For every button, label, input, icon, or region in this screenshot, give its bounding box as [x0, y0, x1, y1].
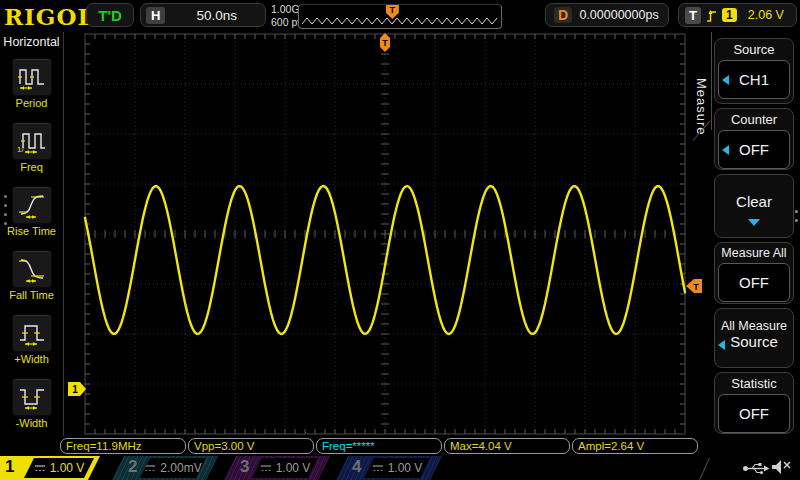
menu-item-label: Fall Time	[0, 289, 63, 301]
fall-time-icon	[12, 250, 52, 288]
menu-item-fall-time[interactable]: Fall Time	[0, 250, 63, 301]
graticule-and-trace: TT1	[64, 32, 690, 436]
measurement-slot-2: Vpp=3.00 V	[188, 438, 314, 454]
channel-2-badge[interactable]: 2 2.00mV	[112, 456, 218, 480]
trigger-level-value: 2.06 V	[742, 8, 790, 22]
softkey-label: Clear	[715, 175, 793, 210]
trigger-source-badge: 1	[722, 8, 737, 22]
softkey-value: OFF	[739, 405, 769, 422]
chevron-left-icon	[718, 340, 725, 350]
softkey-label: Statistic	[715, 373, 793, 391]
menu-item-label: Period	[0, 97, 63, 109]
channel-scale-box: 1.00 V	[364, 458, 430, 478]
trigger-status-text: T'D	[98, 7, 122, 24]
softkey-value-box: CH1	[718, 60, 790, 99]
plus-width-icon	[12, 314, 52, 352]
softkey-label: Measure All	[715, 243, 793, 260]
rigol-logo: RIGOL	[4, 3, 95, 30]
left-menu-horizontal: Horizontal Period 1/	[0, 32, 64, 436]
softkey-value-box: OFF	[718, 130, 790, 169]
measurement-slot-5: Ampl=2.64 V	[572, 438, 698, 454]
channel-scale: 1.00 V	[388, 461, 423, 475]
channel-1-badge[interactable]: 1 1.00 V	[0, 456, 106, 480]
softkey-clear[interactable]: Clear	[714, 174, 794, 238]
menu-item-label: -Width	[0, 417, 63, 429]
chevron-down-icon	[748, 219, 760, 226]
waveform-display: TT1	[64, 32, 690, 436]
coupling-icon	[260, 464, 272, 473]
channel-4-badge[interactable]: 4 1.00 V	[336, 456, 442, 480]
channel-scale-box: 2.00mV	[140, 458, 206, 478]
channel-number: 3	[240, 457, 249, 477]
menu-item-rise-time[interactable]: Rise Time	[0, 186, 63, 237]
menu-item-period[interactable]: Period	[0, 58, 63, 109]
horizontal-label: H	[146, 7, 165, 24]
period-icon	[12, 58, 52, 96]
timebase-value: 50.0ns	[173, 8, 260, 23]
channel-scale: 1.00 V	[276, 461, 311, 475]
coupling-icon	[144, 464, 156, 473]
trigger-box[interactable]: T 1 2.06 V	[678, 3, 797, 27]
rise-time-icon	[12, 186, 52, 224]
delay-label: D	[554, 7, 572, 23]
softkey-value: OFF	[739, 141, 769, 158]
freq-icon: 1/	[12, 122, 52, 160]
speaker-muted-icon	[770, 458, 792, 477]
measurement-slot-4: Max=4.04 V	[444, 438, 570, 454]
measure-tab-title: Measure	[691, 52, 709, 162]
menu-item-label: Rise Time	[0, 225, 63, 237]
measure-tab-border	[711, 32, 712, 130]
usb-icon	[742, 461, 770, 476]
chevron-left-icon	[722, 145, 729, 155]
softkey-label: Source	[715, 39, 793, 57]
menu-item-minus-width[interactable]: -Width	[0, 378, 63, 429]
menu-item-label: +Width	[0, 353, 63, 365]
channel-scale: 2.00mV	[160, 461, 201, 475]
softkey-counter[interactable]: Counter OFF	[714, 108, 794, 170]
softkey-value: OFF	[739, 274, 769, 291]
left-menu-title: Horizontal	[0, 35, 63, 49]
waveform-memory-strip: T	[298, 4, 502, 29]
rising-edge-icon	[706, 8, 717, 23]
softkey-label: All Measure	[715, 309, 793, 333]
svg-text:T: T	[382, 38, 388, 48]
measurement-slot-1: Freq=11.9MHz	[60, 438, 186, 454]
svg-text:1/: 1/	[17, 145, 24, 154]
coupling-icon	[34, 464, 46, 473]
channel-scale-box: 1.00 V	[252, 458, 318, 478]
delay-value: 0.00000000ps	[578, 8, 660, 22]
horizontal-timebase-box[interactable]: H 50.0ns	[140, 3, 266, 27]
coupling-icon	[372, 464, 384, 473]
channel-scale-box: 1.00 V	[24, 458, 94, 478]
memory-waveform-icon	[300, 5, 500, 27]
chevron-left-icon	[722, 75, 729, 85]
softkey-source[interactable]: Source CH1	[714, 38, 794, 104]
oscilloscope-screen: RIGOL T'D H 50.0ns 1.00GSa/s 600 pts T D…	[0, 0, 800, 480]
channel-status-bar: 1 1.00 V 2 2.00mV	[0, 456, 800, 480]
measurement-slot-3: Freq=*****	[316, 438, 442, 454]
svg-text:1: 1	[72, 384, 78, 395]
channel-number: 2	[128, 457, 137, 477]
softkey-value: Source	[715, 333, 793, 350]
softkey-measure-all[interactable]: Measure All OFF	[714, 242, 794, 304]
trigger-status-badge: T'D	[86, 3, 134, 27]
softkey-value: CH1	[739, 71, 769, 88]
softkey-value-box: OFF	[718, 394, 790, 433]
channel-3-badge[interactable]: 3 1.00 V	[224, 456, 330, 480]
softkey-value-box: OFF	[718, 263, 790, 302]
softkey-statistic[interactable]: Statistic OFF	[714, 372, 794, 434]
trigger-label: T	[685, 7, 701, 24]
channel-number: 4	[352, 457, 361, 477]
minus-width-icon	[12, 378, 52, 416]
menu-item-freq[interactable]: 1/ Freq	[0, 122, 63, 173]
softkey-label: Counter	[715, 109, 793, 127]
menu-item-plus-width[interactable]: +Width	[0, 314, 63, 365]
menu-item-label: Freq	[0, 161, 63, 173]
right-menu-measure: Measure Source CH1 Counter OFF Clear Mea…	[690, 32, 800, 436]
softkey-all-measure-source[interactable]: All Measure Source	[714, 308, 794, 368]
channel-scale: 1.00 V	[50, 461, 85, 475]
channel-number: 1	[5, 457, 14, 477]
delay-box[interactable]: D 0.00000000ps	[545, 3, 669, 27]
